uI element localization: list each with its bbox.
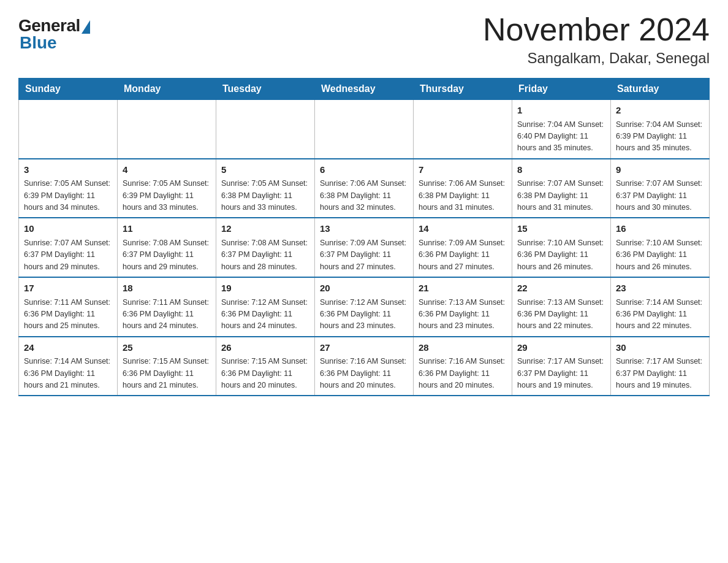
calendar-cell: 28Sunrise: 7:16 AM Sunset: 6:36 PM Dayli… <box>414 337 512 396</box>
day-info: Sunrise: 7:15 AM Sunset: 6:36 PM Dayligh… <box>221 356 309 391</box>
calendar-cell: 10Sunrise: 7:07 AM Sunset: 6:37 PM Dayli… <box>19 218 118 277</box>
calendar-cell: 27Sunrise: 7:16 AM Sunset: 6:36 PM Dayli… <box>315 337 414 396</box>
calendar-header-row: SundayMondayTuesdayWednesdayThursdayFrid… <box>19 79 710 100</box>
day-number: 6 <box>320 163 408 177</box>
day-number: 20 <box>320 282 408 296</box>
day-of-week-header: Friday <box>512 79 611 100</box>
day-info: Sunrise: 7:16 AM Sunset: 6:36 PM Dayligh… <box>419 356 507 391</box>
day-info: Sunrise: 7:05 AM Sunset: 6:38 PM Dayligh… <box>221 178 309 213</box>
logo-triangle-icon <box>82 20 90 34</box>
day-of-week-header: Tuesday <box>216 79 315 100</box>
day-info: Sunrise: 7:13 AM Sunset: 6:36 PM Dayligh… <box>419 297 507 332</box>
calendar-week-row: 3Sunrise: 7:05 AM Sunset: 6:39 PM Daylig… <box>19 159 710 218</box>
day-info: Sunrise: 7:04 AM Sunset: 6:39 PM Dayligh… <box>616 119 704 155</box>
day-number: 23 <box>616 282 704 296</box>
calendar-cell: 5Sunrise: 7:05 AM Sunset: 6:38 PM Daylig… <box>216 159 315 218</box>
day-info: Sunrise: 7:14 AM Sunset: 6:36 PM Dayligh… <box>616 297 704 332</box>
calendar-cell: 1Sunrise: 7:04 AM Sunset: 6:40 PM Daylig… <box>512 100 611 159</box>
calendar-cell <box>216 100 315 159</box>
day-number: 7 <box>419 163 507 177</box>
day-number: 25 <box>123 341 211 355</box>
title-block: November 2024 Sangalkam, Dakar, Senegal <box>483 12 710 67</box>
page-header: General Blue November 2024 Sangalkam, Da… <box>18 12 710 67</box>
calendar-body: 1Sunrise: 7:04 AM Sunset: 6:40 PM Daylig… <box>19 100 710 396</box>
calendar-cell: 30Sunrise: 7:17 AM Sunset: 6:37 PM Dayli… <box>611 337 710 396</box>
day-info: Sunrise: 7:06 AM Sunset: 6:38 PM Dayligh… <box>320 178 408 213</box>
day-number: 12 <box>221 222 309 236</box>
month-title: November 2024 <box>483 12 710 47</box>
calendar-cell: 12Sunrise: 7:08 AM Sunset: 6:37 PM Dayli… <box>216 218 315 277</box>
day-number: 29 <box>517 341 605 355</box>
calendar-cell <box>118 100 216 159</box>
day-number: 19 <box>221 282 309 296</box>
day-number: 5 <box>221 163 309 177</box>
calendar-cell: 17Sunrise: 7:11 AM Sunset: 6:36 PM Dayli… <box>19 277 118 337</box>
day-info: Sunrise: 7:08 AM Sunset: 6:37 PM Dayligh… <box>123 237 211 273</box>
calendar-cell: 24Sunrise: 7:14 AM Sunset: 6:36 PM Dayli… <box>19 337 118 396</box>
calendar-cell: 18Sunrise: 7:11 AM Sunset: 6:36 PM Dayli… <box>118 277 216 337</box>
day-info: Sunrise: 7:07 AM Sunset: 6:37 PM Dayligh… <box>24 237 112 273</box>
day-number: 21 <box>419 282 507 296</box>
day-number: 22 <box>517 282 605 296</box>
calendar-cell: 19Sunrise: 7:12 AM Sunset: 6:36 PM Dayli… <box>216 277 315 337</box>
location: Sangalkam, Dakar, Senegal <box>483 50 710 67</box>
day-info: Sunrise: 7:05 AM Sunset: 6:39 PM Dayligh… <box>24 178 112 213</box>
logo: General Blue <box>18 12 90 53</box>
day-info: Sunrise: 7:06 AM Sunset: 6:38 PM Dayligh… <box>419 178 507 213</box>
calendar-cell: 11Sunrise: 7:08 AM Sunset: 6:37 PM Dayli… <box>118 218 216 277</box>
day-info: Sunrise: 7:17 AM Sunset: 6:37 PM Dayligh… <box>616 356 704 391</box>
day-info: Sunrise: 7:05 AM Sunset: 6:39 PM Dayligh… <box>123 178 211 213</box>
calendar-cell: 4Sunrise: 7:05 AM Sunset: 6:39 PM Daylig… <box>118 159 216 218</box>
calendar-cell: 3Sunrise: 7:05 AM Sunset: 6:39 PM Daylig… <box>19 159 118 218</box>
day-number: 15 <box>517 222 605 236</box>
calendar-cell: 6Sunrise: 7:06 AM Sunset: 6:38 PM Daylig… <box>315 159 414 218</box>
day-number: 13 <box>320 222 408 236</box>
day-of-week-header: Wednesday <box>315 79 414 100</box>
day-number: 10 <box>24 222 112 236</box>
calendar-cell: 29Sunrise: 7:17 AM Sunset: 6:37 PM Dayli… <box>512 337 611 396</box>
day-number: 17 <box>24 282 112 296</box>
day-info: Sunrise: 7:17 AM Sunset: 6:37 PM Dayligh… <box>517 356 605 391</box>
day-info: Sunrise: 7:07 AM Sunset: 6:37 PM Dayligh… <box>616 178 704 213</box>
calendar-cell: 25Sunrise: 7:15 AM Sunset: 6:36 PM Dayli… <box>118 337 216 396</box>
day-number: 2 <box>616 104 704 118</box>
calendar-cell: 16Sunrise: 7:10 AM Sunset: 6:36 PM Dayli… <box>611 218 710 277</box>
day-info: Sunrise: 7:08 AM Sunset: 6:37 PM Dayligh… <box>221 237 309 273</box>
calendar-cell: 13Sunrise: 7:09 AM Sunset: 6:37 PM Dayli… <box>315 218 414 277</box>
day-number: 27 <box>320 341 408 355</box>
day-number: 8 <box>517 163 605 177</box>
day-info: Sunrise: 7:11 AM Sunset: 6:36 PM Dayligh… <box>24 297 112 332</box>
day-info: Sunrise: 7:13 AM Sunset: 6:36 PM Dayligh… <box>517 297 605 332</box>
calendar-cell: 21Sunrise: 7:13 AM Sunset: 6:36 PM Dayli… <box>414 277 512 337</box>
day-number: 1 <box>517 104 605 118</box>
day-info: Sunrise: 7:15 AM Sunset: 6:36 PM Dayligh… <box>123 356 211 391</box>
calendar-cell: 14Sunrise: 7:09 AM Sunset: 6:36 PM Dayli… <box>414 218 512 277</box>
day-number: 30 <box>616 341 704 355</box>
calendar-cell: 26Sunrise: 7:15 AM Sunset: 6:36 PM Dayli… <box>216 337 315 396</box>
day-info: Sunrise: 7:10 AM Sunset: 6:36 PM Dayligh… <box>517 237 605 273</box>
day-info: Sunrise: 7:12 AM Sunset: 6:36 PM Dayligh… <box>320 297 408 332</box>
day-number: 18 <box>123 282 211 296</box>
calendar-cell: 15Sunrise: 7:10 AM Sunset: 6:36 PM Dayli… <box>512 218 611 277</box>
day-of-week-header: Sunday <box>19 79 118 100</box>
calendar-cell: 22Sunrise: 7:13 AM Sunset: 6:36 PM Dayli… <box>512 277 611 337</box>
calendar-cell: 2Sunrise: 7:04 AM Sunset: 6:39 PM Daylig… <box>611 100 710 159</box>
calendar-cell: 23Sunrise: 7:14 AM Sunset: 6:36 PM Dayli… <box>611 277 710 337</box>
day-number: 26 <box>221 341 309 355</box>
calendar-cell <box>414 100 512 159</box>
day-number: 28 <box>419 341 507 355</box>
calendar-cell: 8Sunrise: 7:07 AM Sunset: 6:38 PM Daylig… <box>512 159 611 218</box>
day-info: Sunrise: 7:09 AM Sunset: 6:36 PM Dayligh… <box>419 237 507 273</box>
day-info: Sunrise: 7:07 AM Sunset: 6:38 PM Dayligh… <box>517 178 605 213</box>
day-number: 9 <box>616 163 704 177</box>
calendar-cell: 9Sunrise: 7:07 AM Sunset: 6:37 PM Daylig… <box>611 159 710 218</box>
day-info: Sunrise: 7:09 AM Sunset: 6:37 PM Dayligh… <box>320 237 408 273</box>
day-info: Sunrise: 7:16 AM Sunset: 6:36 PM Dayligh… <box>320 356 408 391</box>
calendar-table: SundayMondayTuesdayWednesdayThursdayFrid… <box>18 78 710 396</box>
calendar-cell <box>315 100 414 159</box>
day-of-week-header: Thursday <box>414 79 512 100</box>
day-number: 16 <box>616 222 704 236</box>
day-of-week-header: Saturday <box>611 79 710 100</box>
day-number: 11 <box>123 222 211 236</box>
calendar-cell: 7Sunrise: 7:06 AM Sunset: 6:38 PM Daylig… <box>414 159 512 218</box>
